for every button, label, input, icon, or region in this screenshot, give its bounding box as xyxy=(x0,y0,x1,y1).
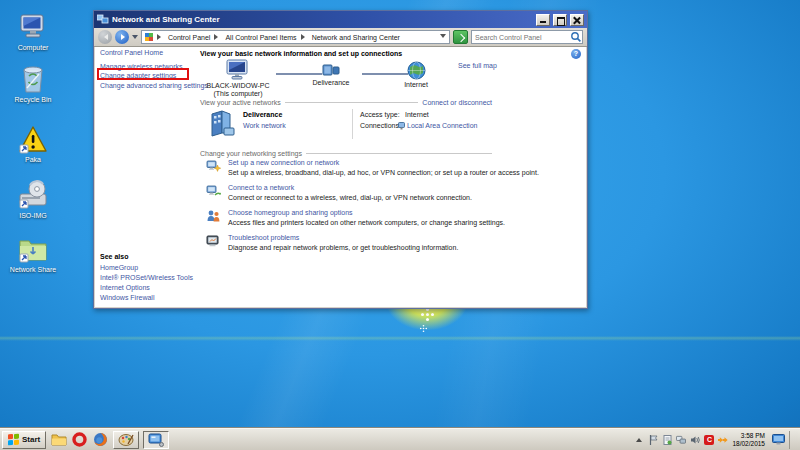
task-description: Diagnose and repair network problems, or… xyxy=(228,244,458,251)
networking-settings-label: Change your networking settings xyxy=(200,150,302,157)
computer-icon xyxy=(225,59,251,81)
desktop-icon-computer[interactable]: Computer xyxy=(6,10,60,52)
map-node-label: Deliverance xyxy=(303,79,359,87)
new-connection-icon xyxy=(206,159,221,173)
wallpaper-sparkle xyxy=(426,313,429,316)
section-rule xyxy=(306,153,492,154)
network-type-link[interactable]: Work network xyxy=(243,122,286,129)
search-input[interactable] xyxy=(472,34,570,41)
map-node-internet[interactable]: Internet xyxy=(390,61,442,89)
show-desktop-button[interactable] xyxy=(789,431,798,449)
see-also-internet-options[interactable]: Internet Options xyxy=(100,284,150,291)
access-type-label: Access type: xyxy=(360,111,400,118)
networking-settings-section: Change your networking settings xyxy=(200,150,492,157)
task-description: Access files and printers located on oth… xyxy=(228,219,505,226)
task-description: Connect or reconnect to a wireless, wire… xyxy=(228,194,472,201)
help-icon[interactable]: ? xyxy=(571,49,581,59)
desktop-icon-paka[interactable]: Paka xyxy=(6,122,60,164)
explorer-folder-icon[interactable] xyxy=(50,431,67,448)
address-bar[interactable]: Control Panel All Control Panel Items Ne… xyxy=(141,30,450,44)
troubleshoot-icon xyxy=(206,234,221,248)
forward-button[interactable] xyxy=(115,30,129,44)
homegroup-icon xyxy=(206,209,221,223)
work-network-icon xyxy=(208,109,236,137)
desktop-icon-label: Network Share xyxy=(6,266,60,274)
connect-network-icon xyxy=(206,184,221,198)
search-box[interactable] xyxy=(471,30,583,44)
search-icon[interactable] xyxy=(570,31,582,43)
show-hidden-icons-button[interactable] xyxy=(634,435,644,445)
window-title: Network and Sharing Center xyxy=(112,15,533,24)
clock-date: 18/02/2015 xyxy=(732,440,765,448)
sidebar-item-change-advanced-sharing[interactable]: Change advanced sharing settings xyxy=(100,82,208,89)
windows-logo-icon xyxy=(8,434,19,446)
warning-shortcut-icon xyxy=(6,122,60,154)
desktop-icon-recycle-bin[interactable]: Recycle Bin xyxy=(6,62,60,104)
desktop-icon-iso-img[interactable]: ISO-IMG xyxy=(6,178,60,220)
wallpaper-sparkle xyxy=(423,328,425,330)
action-center-flag-icon[interactable] xyxy=(648,435,658,445)
task-title[interactable]: Connect to a network xyxy=(228,184,294,191)
task-title[interactable]: Set up a new connection or network xyxy=(228,159,339,166)
desktop-icon-label: Computer xyxy=(6,44,60,52)
windows-update-icon[interactable] xyxy=(662,435,672,445)
network-status-icon[interactable] xyxy=(676,435,686,445)
map-node-sublabel: (This computer) xyxy=(205,90,271,98)
page-title: View your basic network information and … xyxy=(200,50,402,57)
active-network-panel: Deliverance Work network Access type: In… xyxy=(200,108,500,142)
see-also-homegroup[interactable]: HomeGroup xyxy=(100,264,138,271)
see-full-map-link[interactable]: See full map xyxy=(458,62,497,69)
recycle-bin-icon xyxy=(6,62,60,94)
taskbar: Start xyxy=(0,428,800,450)
taskbar-clock[interactable]: 3:58 PM 18/02/2015 xyxy=(732,432,767,448)
map-node-this-computer[interactable]: BLACK-WIDOW-PC (This computer) xyxy=(205,59,271,98)
address-dropdown-icon[interactable] xyxy=(440,34,446,41)
display-window-icon xyxy=(148,433,164,447)
task-title[interactable]: Troubleshoot problems xyxy=(228,234,299,241)
active-networks-section: View your active networks Connect or dis… xyxy=(200,99,492,106)
see-also-intel-proset[interactable]: Intel® PROSet/Wireless Tools xyxy=(100,274,193,281)
computer-icon xyxy=(6,10,60,42)
back-button[interactable] xyxy=(98,30,112,44)
section-rule xyxy=(285,102,419,103)
globe-icon xyxy=(407,61,426,80)
window-titlebar[interactable]: Network and Sharing Center xyxy=(94,11,587,28)
panel-divider xyxy=(352,109,353,139)
opera-icon[interactable] xyxy=(71,431,88,448)
network-icon xyxy=(321,62,341,78)
task-title[interactable]: Choose homegroup and sharing options xyxy=(228,209,353,216)
desktop-icon-label: Paka xyxy=(6,156,60,164)
download-manager-icon[interactable] xyxy=(718,435,728,445)
close-button[interactable] xyxy=(570,14,584,26)
clock-time: 3:58 PM xyxy=(732,432,765,440)
recent-pages-dropdown-icon[interactable] xyxy=(132,35,138,42)
firefox-icon[interactable] xyxy=(92,431,109,448)
map-node-network[interactable]: Deliverance xyxy=(303,62,359,87)
antivirus-icon[interactable]: C xyxy=(704,435,714,445)
show-desktop-monitor-icon[interactable] xyxy=(771,435,785,445)
network-app-button[interactable] xyxy=(143,431,169,449)
connections-label: Connections: xyxy=(360,122,401,129)
see-also-windows-firewall[interactable]: Windows Firewall xyxy=(100,294,154,301)
local-area-connection-link[interactable]: Local Area Connection xyxy=(407,122,477,129)
breadcrumb-network-sharing[interactable]: Network and Sharing Center xyxy=(312,34,400,41)
breadcrumb-separator-icon xyxy=(214,34,221,40)
shared-folder-shortcut-icon xyxy=(6,232,60,264)
start-button[interactable]: Start xyxy=(2,431,46,449)
paint-app-button[interactable] xyxy=(113,431,139,449)
see-also-heading: See also xyxy=(100,253,128,260)
connect-or-disconnect-link[interactable]: Connect or disconnect xyxy=(422,99,492,106)
maximize-button[interactable] xyxy=(553,14,567,26)
refresh-button[interactable] xyxy=(453,30,468,44)
network-sharing-center-window: Network and Sharing Center Control Panel… xyxy=(93,10,588,309)
minimize-button[interactable] xyxy=(536,14,550,26)
volume-icon[interactable] xyxy=(690,435,700,445)
desktop-icon-network-share[interactable]: Network Share xyxy=(6,232,60,274)
navigation-toolbar: Control Panel All Control Panel Items Ne… xyxy=(94,28,587,47)
window-titlebar-icon xyxy=(97,14,109,25)
access-type-value: Internet xyxy=(405,111,429,118)
sidebar-item-control-panel-home[interactable]: Control Panel Home xyxy=(100,49,163,56)
breadcrumb-all-items[interactable]: All Control Panel Items xyxy=(225,34,296,41)
breadcrumb-control-panel[interactable]: Control Panel xyxy=(168,34,210,41)
active-networks-label: View your active networks xyxy=(200,99,281,106)
